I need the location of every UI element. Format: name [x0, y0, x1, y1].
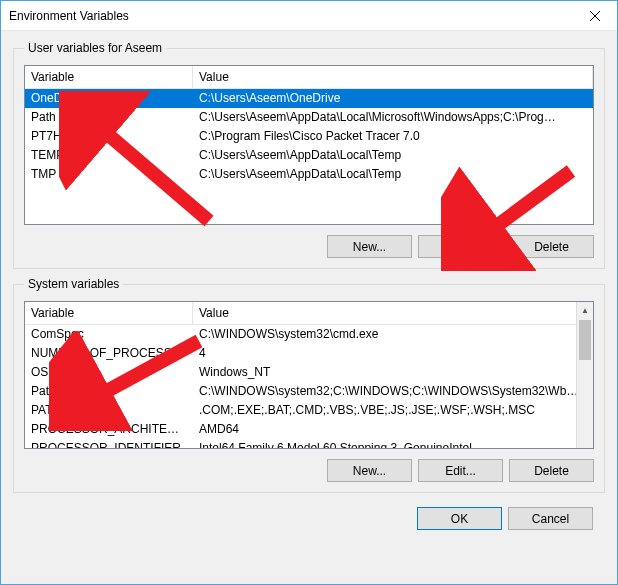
- close-icon: [590, 11, 600, 21]
- variable-value: C:\WINDOWS\system32;C:\WINDOWS;C:\WINDOW…: [193, 383, 593, 400]
- scrollbar-thumb[interactable]: [579, 320, 591, 360]
- close-button[interactable]: [572, 1, 617, 31]
- variable-value: C:\Users\Aseem\AppData\Local\Microsoft\W…: [193, 109, 593, 126]
- table-row[interactable]: PATHEXT.COM;.EXE;.BAT;.CMD;.VBS;.VBE;.JS…: [25, 401, 593, 420]
- system-edit-button[interactable]: Edit...: [418, 459, 503, 482]
- table-row[interactable]: OSWindows_NT: [25, 363, 593, 382]
- variable-value: Windows_NT: [193, 364, 593, 381]
- variable-name: TMP: [25, 166, 193, 183]
- user-vars-header: Variable Value: [25, 66, 593, 89]
- variable-value: Intel64 Family 6 Model 60 Stepping 3, Ge…: [193, 440, 593, 448]
- user-vars-group: User variables for Aseem Variable Value …: [13, 41, 605, 269]
- system-buttons: New... Edit... Delete: [24, 459, 594, 482]
- col-variable[interactable]: Variable: [25, 66, 193, 88]
- system-delete-button[interactable]: Delete: [509, 459, 594, 482]
- variable-value: C:\Users\Aseem\AppData\Local\Temp: [193, 147, 593, 164]
- table-row[interactable]: PathC:\WINDOWS\system32;C:\WINDOWS;C:\WI…: [25, 382, 593, 401]
- table-row[interactable]: PathC:\Users\Aseem\AppData\Local\Microso…: [25, 108, 593, 127]
- variable-name: TEMP: [25, 147, 193, 164]
- table-row[interactable]: PT7HOMEC:\Program Files\Cisco Packet Tra…: [25, 127, 593, 146]
- col-value[interactable]: Value: [193, 66, 593, 88]
- table-row[interactable]: TEMPC:\Users\Aseem\AppData\Local\Temp: [25, 146, 593, 165]
- dialog-body: User variables for Aseem Variable Value …: [1, 31, 617, 584]
- system-vars-legend: System variables: [24, 277, 123, 291]
- col-variable[interactable]: Variable: [25, 302, 193, 324]
- variable-name: OneDrive: [25, 90, 193, 107]
- user-vars-list[interactable]: Variable Value OneDriveC:\Users\Aseem\On…: [24, 65, 594, 225]
- user-edit-button[interactable]: Edit...: [418, 235, 503, 258]
- system-vars-group: System variables Variable Value ComSpecC…: [13, 277, 605, 493]
- variable-value: C:\Program Files\Cisco Packet Tracer 7.0: [193, 128, 593, 145]
- variable-name: NUMBER_OF_PROCESSORS: [25, 345, 193, 362]
- scroll-up-icon[interactable]: ▲: [577, 302, 593, 319]
- variable-value: C:\Users\Aseem\OneDrive: [193, 90, 593, 107]
- user-rows: OneDriveC:\Users\Aseem\OneDrivePathC:\Us…: [25, 89, 593, 224]
- cancel-button[interactable]: Cancel: [508, 507, 593, 530]
- variable-value: C:\Users\Aseem\AppData\Local\Temp: [193, 166, 593, 183]
- variable-name: Path: [25, 383, 193, 400]
- ok-button[interactable]: OK: [417, 507, 502, 530]
- user-buttons: New... Edit... Delete: [24, 235, 594, 258]
- system-vars-header: Variable Value: [25, 302, 593, 325]
- variable-value: 4: [193, 345, 593, 362]
- dialog-buttons: OK Cancel: [13, 501, 605, 530]
- window-title: Environment Variables: [9, 9, 572, 23]
- titlebar: Environment Variables: [1, 1, 617, 31]
- table-row[interactable]: ComSpecC:\WINDOWS\system32\cmd.exe: [25, 325, 593, 344]
- user-new-button[interactable]: New...: [327, 235, 412, 258]
- col-value[interactable]: Value: [193, 302, 593, 324]
- system-rows: ComSpecC:\WINDOWS\system32\cmd.exeNUMBER…: [25, 325, 593, 448]
- user-delete-button[interactable]: Delete: [509, 235, 594, 258]
- table-row[interactable]: TMPC:\Users\Aseem\AppData\Local\Temp: [25, 165, 593, 184]
- variable-name: PROCESSOR_ARCHITECTURE: [25, 421, 193, 438]
- table-row[interactable]: PROCESSOR_IDENTIFIERIntel64 Family 6 Mod…: [25, 439, 593, 448]
- variable-name: ComSpec: [25, 326, 193, 343]
- variable-name: PT7HOME: [25, 128, 193, 145]
- variable-name: OS: [25, 364, 193, 381]
- variable-name: PATHEXT: [25, 402, 193, 419]
- variable-value: AMD64: [193, 421, 593, 438]
- variable-value: .COM;.EXE;.BAT;.CMD;.VBS;.VBE;.JS;.JSE;.…: [193, 402, 593, 419]
- system-new-button[interactable]: New...: [327, 459, 412, 482]
- variable-name: PROCESSOR_IDENTIFIER: [25, 440, 193, 448]
- table-row[interactable]: PROCESSOR_ARCHITECTUREAMD64: [25, 420, 593, 439]
- table-row[interactable]: OneDriveC:\Users\Aseem\OneDrive: [25, 89, 593, 108]
- scrollbar[interactable]: ▲: [576, 302, 593, 448]
- table-row[interactable]: NUMBER_OF_PROCESSORS4: [25, 344, 593, 363]
- variable-name: Path: [25, 109, 193, 126]
- user-vars-legend: User variables for Aseem: [24, 41, 166, 55]
- variable-value: C:\WINDOWS\system32\cmd.exe: [193, 326, 593, 343]
- env-vars-dialog: Environment Variables User variables for…: [0, 0, 618, 585]
- system-vars-list[interactable]: Variable Value ComSpecC:\WINDOWS\system3…: [24, 301, 594, 449]
